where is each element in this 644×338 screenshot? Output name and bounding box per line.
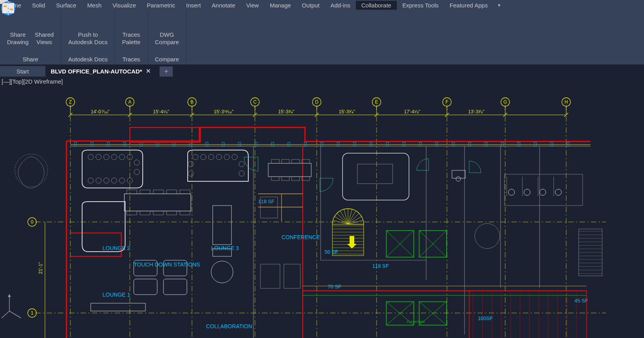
floor-plan-drawing: ZABCDEFGH14'-0⁷⁄₁₆"15'-4¹⁄₈"15'-3¹³⁄₁₆"1… [0,77,644,338]
svg-point-116 [188,161,194,167]
svg-point-106 [104,178,109,183]
menu-featured-apps[interactable]: Featured Apps [444,1,493,10]
svg-rect-65 [91,142,93,146]
menu-mesh[interactable]: Mesh [82,1,107,10]
svg-rect-199 [284,264,300,288]
share-drawing-button[interactable]: ShareDrawing [4,13,32,47]
push-to-autodesk-docs-button[interactable]: Push toAutodesk Docs [65,13,111,47]
menu-bar: HomeSolidSurfaceMeshVisualizeParametricI… [0,0,644,10]
svg-rect-82 [370,142,372,146]
svg-point-118 [239,161,244,167]
svg-rect-145 [134,279,157,295]
svg-rect-126 [153,211,163,215]
tab-start[interactable]: Start [0,66,45,77]
menu-collaborate[interactable]: Collaborate [356,1,397,10]
traces-palette-button[interactable]: TracesPalette [119,13,144,47]
menu-express-tools[interactable]: Express Tools [397,1,444,10]
svg-rect-81 [353,142,356,146]
svg-rect-94 [567,142,569,146]
svg-text:A: A [128,99,131,105]
menu-visualize[interactable]: Visualize [107,1,142,10]
svg-point-99 [111,154,117,160]
menu-manage[interactable]: Manage [264,1,296,10]
svg-rect-67 [124,142,126,146]
svg-point-157 [555,189,561,195]
ribbon: ShareDrawingSharedViewsSharePush toAutod… [0,10,644,65]
svg-rect-75 [255,142,257,146]
tab-active-document[interactable]: BLVD OFFICE_PLAN-AUTOCAD* ✕ [45,66,157,77]
svg-text:17'-4¹⁄₈": 17'-4¹⁄₈" [404,109,420,114]
shared-views-button[interactable]: SharedViews [32,13,57,47]
svg-rect-91 [518,142,520,146]
menu-parametric[interactable]: Parametric [142,1,181,10]
svg-rect-198 [260,264,280,288]
svg-point-119 [239,171,244,176]
svg-point-160 [456,177,461,181]
menu-output[interactable]: Output [296,1,325,10]
svg-line-162 [348,220,363,224]
svg-point-151 [508,189,515,195]
svg-rect-86 [436,142,438,146]
drawing-canvas[interactable]: [—][Top][2D Wireframe] ZABCDEFGH14'-0⁷⁄₁… [0,77,644,338]
svg-text:COLLABORATION: COLLABORATION [206,323,252,329]
svg-rect-147 [91,303,145,311]
panel-title: Compare [148,55,186,64]
svg-point-155 [540,189,546,195]
svg-point-112 [208,154,214,160]
svg-text:LOUNGE 2: LOUNGE 2 [102,245,130,251]
dwg-compare-icon [159,13,175,30]
svg-text:100SF: 100SF [478,315,493,321]
svg-text:D: D [315,99,319,105]
svg-rect-121 [127,190,137,194]
panel-title: Share [0,55,61,64]
menu-annotate[interactable]: Annotate [206,1,241,10]
svg-rect-85 [419,142,422,146]
svg-point-102 [134,160,140,165]
svg-rect-79 [321,142,323,146]
svg-text:70 SF: 70 SF [328,284,341,290]
svg-point-142 [211,261,233,283]
svg-point-113 [216,154,222,160]
svg-rect-123 [140,190,150,194]
svg-point-104 [88,178,93,183]
svg-text:F: F [445,99,448,105]
menu-surface[interactable]: Surface [50,1,82,10]
svg-rect-120 [124,194,191,211]
close-icon[interactable]: ✕ [146,68,151,75]
svg-text:21'-1": 21'-1" [38,262,43,274]
menu-overflow[interactable]: ▼ [493,2,505,9]
svg-rect-136 [292,159,300,163]
dwg-compare-button[interactable]: DWGCompare [152,13,182,47]
svg-rect-64 [74,142,77,146]
svg-rect-73 [222,142,224,146]
svg-point-196 [475,224,500,249]
svg-point-105 [96,178,101,183]
svg-text:E: E [375,99,378,105]
svg-text:CONFERENCE: CONFERENCE [282,234,320,240]
menu-add-ins[interactable]: Add-ins [325,1,356,10]
tab-add-button[interactable]: + [160,66,173,77]
svg-text:45 SF: 45 SF [574,298,588,304]
svg-rect-135 [282,177,289,181]
document-tabs: Start BLVD OFFICE_PLAN-AUTOCAD* ✕ + [0,65,644,77]
svg-rect-129 [180,190,190,194]
svg-line-172 [333,220,348,224]
menu-view[interactable]: View [241,1,264,10]
svg-rect-149 [357,164,393,184]
svg-rect-93 [551,142,553,146]
svg-point-107 [111,178,117,183]
svg-rect-71 [189,142,192,146]
menu-insert[interactable]: Insert [181,1,206,10]
menu-solid[interactable]: Solid [27,1,50,10]
svg-point-97 [96,154,101,160]
svg-rect-77 [288,142,290,146]
svg-rect-134 [282,159,289,163]
svg-point-100 [119,154,125,160]
svg-rect-66 [107,142,109,146]
svg-rect-159 [452,170,465,178]
svg-rect-146 [163,279,187,295]
svg-point-227 [15,154,48,187]
svg-rect-78 [304,142,307,146]
svg-rect-137 [292,177,300,181]
svg-text:15'-3³⁄₄": 15'-3³⁄₄" [339,109,355,114]
